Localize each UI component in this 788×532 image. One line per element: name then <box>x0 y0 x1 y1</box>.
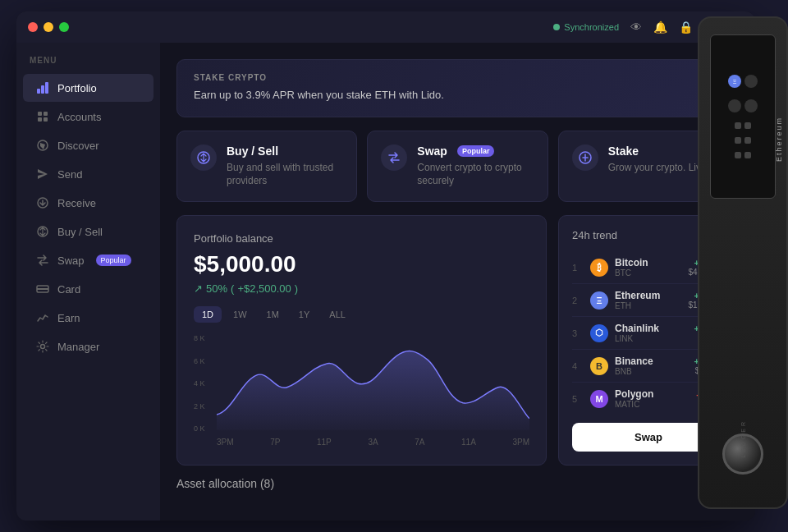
send-icon <box>36 167 49 181</box>
filter-all[interactable]: ALL <box>321 306 354 323</box>
sidebar-item-portfolio[interactable]: Portfolio <box>23 74 153 102</box>
buy-sell-card-content: Buy / Sell Buy and sell with trusted pro… <box>227 144 343 189</box>
arrow-up-icon: ↗ <box>194 282 203 295</box>
filter-1y[interactable]: 1Y <box>291 306 318 323</box>
eth-name: Ethereum <box>615 290 682 301</box>
card-icon <box>36 282 49 296</box>
device-icon-4 <box>744 99 758 112</box>
device-icon-2 <box>744 75 758 88</box>
receive-label: Receive <box>57 197 96 209</box>
change-percent: 50% <box>206 282 227 295</box>
sidebar-item-swap[interactable]: Swap Popular <box>23 246 153 274</box>
action-card-buy-sell[interactable]: Buy / Sell Buy and sell with trusted pro… <box>176 131 357 203</box>
bnb-rank: 4 <box>572 361 584 371</box>
eth-icon: Ξ <box>590 291 608 310</box>
svg-rect-1 <box>41 85 44 94</box>
chart-container: 8 K 6 K 4 K 2 K 0 K <box>194 334 529 433</box>
stake-banner[interactable]: STAKE CRYPTO Earn up to 3.9% APR when yo… <box>176 59 739 117</box>
svg-rect-11 <box>37 288 48 290</box>
minimize-button[interactable] <box>44 22 53 32</box>
menu-label: MENU <box>16 56 160 73</box>
app-window: Synchronized 👁 🔔 🔒 ⚙️ ❓ MENU Portfolio <box>16 11 755 521</box>
sidebar-item-send[interactable]: Send <box>23 160 153 188</box>
btc-name: Bitcoin <box>615 257 682 268</box>
sidebar: MENU Portfolio Accounts <box>16 43 160 521</box>
filter-1w[interactable]: 1W <box>225 306 255 323</box>
swap-label: Swap <box>57 255 85 267</box>
chart-y-labels: 8 K 6 K 4 K 2 K 0 K <box>194 334 213 433</box>
eye-icon[interactable]: 👁 <box>630 21 642 34</box>
filter-1d[interactable]: 1D <box>194 306 222 323</box>
sidebar-item-manager[interactable]: Manager <box>23 332 153 360</box>
eth-info: Ethereum ETH <box>615 290 682 310</box>
accounts-icon <box>36 110 49 123</box>
btc-icon: ₿ <box>590 259 608 277</box>
sidebar-item-earn[interactable]: Earn <box>23 304 153 332</box>
device-key-1 <box>735 122 741 129</box>
swap-card-desc: Convert crypto to crypto securely <box>417 161 534 189</box>
manager-label: Manager <box>57 341 99 353</box>
buy-sell-card-desc: Buy and sell with trusted providers <box>227 161 343 189</box>
bnb-info: Binance BNB <box>615 355 687 376</box>
bnb-ticker: BNB <box>615 367 687 376</box>
svg-rect-5 <box>38 117 42 122</box>
sync-label: Synchronized <box>564 22 619 32</box>
btc-info: Bitcoin BTC <box>615 257 682 277</box>
filter-1m[interactable]: 1M <box>259 306 287 323</box>
svg-rect-2 <box>45 82 48 94</box>
stake-card-desc: Grow your crypto. Live <box>608 161 707 175</box>
sidebar-item-discover[interactable]: Discover <box>23 131 153 159</box>
swap-card-icon <box>381 144 407 171</box>
sidebar-item-receive[interactable]: Receive <box>23 189 153 217</box>
matic-icon: M <box>590 390 608 408</box>
svg-point-12 <box>41 345 45 349</box>
swap-card-title: Swap Popular <box>417 144 534 158</box>
ledger-brand-label: LEDGER <box>740 420 746 458</box>
maximize-button[interactable] <box>59 22 69 32</box>
earn-label: Earn <box>57 312 80 324</box>
action-cards: Buy / Sell Buy and sell with trusted pro… <box>176 131 739 203</box>
matic-info: Polygon MATIC <box>615 388 690 409</box>
link-info: Chainlink LINK <box>615 323 687 343</box>
discover-icon <box>36 139 49 152</box>
portfolio-title: Portfolio balance <box>194 232 529 245</box>
chart-x-labels: 3PM 7P 11P 3A 7A 11A 3PM <box>194 433 529 447</box>
bell-icon[interactable]: 🔔 <box>653 21 667 34</box>
bottom-section: Portfolio balance $5,000.00 ↗ 50% (+$2,5… <box>176 215 739 466</box>
sync-dot <box>553 24 560 30</box>
sidebar-item-accounts[interactable]: Accounts <box>23 103 153 131</box>
portfolio-chart <box>217 334 529 433</box>
device-key-2 <box>744 122 751 129</box>
btc-ticker: BTC <box>615 268 682 277</box>
portfolio-amount: $5,000.00 <box>194 251 529 277</box>
stake-card-content: Stake Grow your crypto. Live <box>608 144 707 175</box>
title-bar: Synchronized 👁 🔔 🔒 ⚙️ ❓ <box>16 11 755 43</box>
sidebar-item-buy-sell[interactable]: Buy / Sell <box>23 218 153 245</box>
swap-icon <box>36 254 49 267</box>
change-amount: ( <box>231 282 234 295</box>
action-card-swap[interactable]: Swap Popular Convert crypto to crypto se… <box>367 131 547 203</box>
card-label: Card <box>57 283 80 296</box>
content-area: STAKE CRYPTO Earn up to 3.9% APR when yo… <box>160 43 755 521</box>
swap-card-badge: Popular <box>457 145 495 157</box>
svg-rect-4 <box>44 112 48 116</box>
sidebar-item-card[interactable]: Card <box>23 275 153 303</box>
close-button[interactable] <box>28 22 38 32</box>
buy-sell-icon <box>36 225 49 238</box>
lock-icon[interactable]: 🔒 <box>679 21 693 34</box>
change-value: +$2,500.00 <box>237 282 291 295</box>
stake-card-icon <box>572 144 598 171</box>
asset-title: Asset allocation (8) <box>176 477 739 490</box>
link-icon: ⬡ <box>590 324 608 342</box>
matic-rank: 5 <box>572 394 584 404</box>
svg-rect-0 <box>37 89 40 94</box>
stake-label: STAKE CRYPTO <box>194 73 722 82</box>
buy-sell-label: Buy / Sell <box>57 226 103 238</box>
bnb-name: Binance <box>615 355 687 367</box>
main-layout: MENU Portfolio Accounts <box>16 43 755 521</box>
portfolio-change: ↗ 50% (+$2,500.00) <box>194 282 529 295</box>
accounts-label: Accounts <box>57 111 101 123</box>
device-key-6 <box>744 152 751 158</box>
device-icon-3 <box>728 99 741 112</box>
buy-sell-card-icon <box>190 144 217 171</box>
